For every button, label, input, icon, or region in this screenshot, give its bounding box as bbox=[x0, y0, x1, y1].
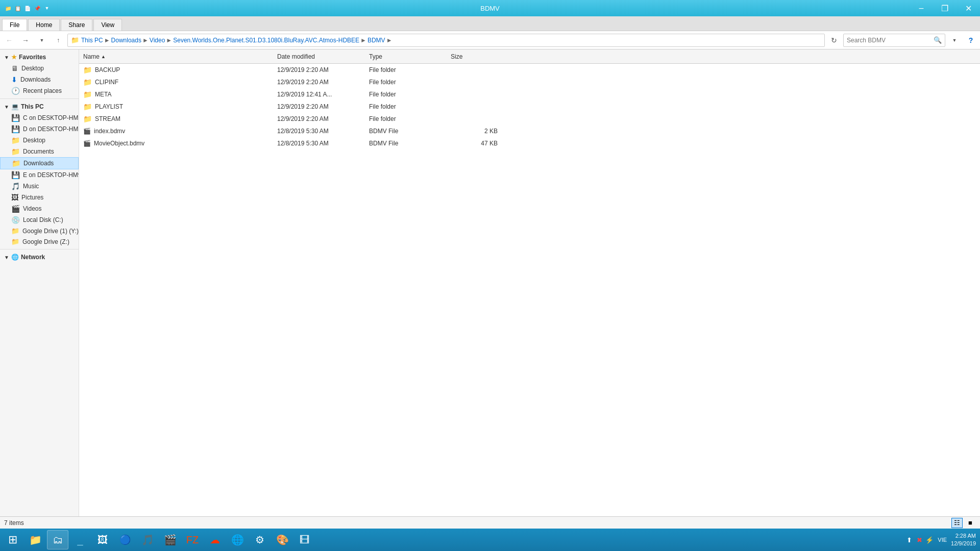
quick-access-icon-2[interactable]: 📋 bbox=[14, 4, 22, 12]
taskbar-filezilla[interactable]: FZ bbox=[182, 530, 203, 549]
file-row-stream[interactable]: 📁 STREAM 12/9/2019 2:20 AM File folder bbox=[79, 113, 980, 125]
breadcrumb-sep-4: ► bbox=[360, 37, 366, 44]
forward-button[interactable]: → bbox=[18, 34, 33, 47]
taskbar-cloud[interactable]: ☁ bbox=[204, 530, 226, 549]
taskbar-media2[interactable]: 🎬 bbox=[159, 530, 181, 549]
gdrive-z-icon: 📁 bbox=[11, 238, 19, 245]
tab-share[interactable]: Share bbox=[61, 19, 92, 31]
taskbar-tool2[interactable]: 🎨 bbox=[272, 530, 293, 549]
sidebar-item-c-on-desktop[interactable]: 💾 C on DESKTOP-HM9 bbox=[0, 112, 79, 123]
close-button[interactable]: ✕ bbox=[957, 0, 980, 16]
sidebar-item-d-label: D on DESKTOP-HM9 bbox=[23, 126, 79, 133]
minimize-button[interactable]: – bbox=[910, 0, 933, 16]
quick-access-icon-3[interactable]: 📄 bbox=[23, 4, 32, 12]
file-row-movieobject[interactable]: 🎬 MovieObject.bdmv 12/8/2019 5:30 AM BDM… bbox=[79, 137, 980, 149]
sidebar-item-downloads-label: Downloads bbox=[23, 160, 54, 167]
sidebar-item-desktop-pc[interactable]: 📁 Desktop bbox=[0, 135, 79, 146]
view-large-icons-button[interactable]: ■ bbox=[965, 518, 976, 528]
taskbar-tool1[interactable]: ⚙ bbox=[249, 530, 271, 549]
file-row-index-bdmv[interactable]: 🎬 index.bdmv 12/8/2019 5:30 AM BDMV File… bbox=[79, 125, 980, 137]
tray-icon-1[interactable]: ⬆ bbox=[905, 536, 913, 544]
breadcrumb-thispc[interactable]: This PC bbox=[81, 37, 103, 44]
back-button[interactable]: ← bbox=[2, 34, 16, 47]
file-date-index: 12/8/2019 5:30 AM bbox=[275, 128, 367, 135]
window-title: BDMV bbox=[480, 5, 500, 12]
sidebar-item-downloads-fav[interactable]: ⬇ Downloads bbox=[0, 74, 79, 85]
taskbar-explorer[interactable]: 📁 bbox=[24, 530, 46, 549]
search-input[interactable] bbox=[847, 37, 934, 44]
breadcrumb-downloads[interactable]: Downloads bbox=[111, 37, 141, 44]
file-date-stream: 12/9/2019 2:20 AM bbox=[275, 115, 367, 122]
breadcrumb-bdmv[interactable]: BDMV bbox=[368, 37, 385, 44]
col-date[interactable]: Date modified bbox=[275, 53, 367, 60]
refresh-button[interactable]: ↻ bbox=[827, 34, 841, 47]
taskbar-chrome[interactable]: 🔵 bbox=[114, 530, 136, 549]
sidebar-item-gdrive-y[interactable]: 📁 Google Drive (1) (Y:) bbox=[0, 226, 79, 236]
sidebar-item-videos[interactable]: 🎬 Videos bbox=[0, 203, 79, 214]
bdmv-icon-index: 🎬 bbox=[83, 128, 91, 135]
maximize-button[interactable]: ❐ bbox=[933, 0, 957, 16]
quick-access-icon-1[interactable]: 📁 bbox=[4, 4, 12, 12]
col-size-label: Size bbox=[451, 53, 462, 60]
sidebar-item-gdrive-y-label: Google Drive (1) (Y:) bbox=[22, 228, 79, 235]
tab-home[interactable]: Home bbox=[28, 19, 60, 31]
taskbar-network[interactable]: 🌐 bbox=[227, 530, 248, 549]
file-row-clipinf[interactable]: 📁 CLIPINF 12/9/2019 2:20 AM File folder bbox=[79, 76, 980, 88]
sidebar-item-documents[interactable]: 📁 Documents bbox=[0, 146, 79, 157]
tab-file[interactable]: File bbox=[2, 19, 27, 31]
dropdown-arrow[interactable]: ▼ bbox=[43, 4, 51, 12]
file-date-backup: 12/9/2019 2:20 AM bbox=[275, 66, 367, 73]
sidebar-item-recent[interactable]: 🕐 Recent places bbox=[0, 85, 79, 96]
col-size[interactable]: Size bbox=[449, 53, 500, 60]
taskbar-video-player[interactable]: 🎞 bbox=[294, 530, 315, 549]
sidebar-thispc-header[interactable]: ▼ 💻 This PC bbox=[0, 101, 79, 112]
taskbar-media[interactable]: 🎵 bbox=[137, 530, 158, 549]
sidebar-item-downloads[interactable]: 📁 Downloads bbox=[0, 157, 79, 169]
help-button[interactable]: ? bbox=[964, 34, 978, 47]
file-name-backup: 📁 BACKUP bbox=[81, 66, 275, 74]
ribbon: File Home Share View bbox=[0, 16, 980, 31]
language-indicator[interactable]: VIE bbox=[938, 537, 947, 543]
options-button[interactable]: ▼ bbox=[947, 34, 962, 47]
sidebar-item-pictures[interactable]: 🖼 Pictures bbox=[0, 192, 79, 203]
file-type-meta: File folder bbox=[367, 91, 449, 98]
sidebar-item-local-c[interactable]: 💿 Local Disk (C:) bbox=[0, 214, 79, 226]
sidebar-item-desktop[interactable]: 🖥 Desktop bbox=[0, 63, 79, 74]
breadcrumb[interactable]: 📁 This PC ► Downloads ► Video ► Seven.Wo… bbox=[67, 34, 825, 47]
col-name[interactable]: Name ▲ bbox=[81, 53, 275, 60]
tray-icon-3[interactable]: ⚡ bbox=[925, 536, 934, 544]
tab-view[interactable]: View bbox=[93, 19, 122, 31]
sidebar-item-d-on-desktop[interactable]: 💾 D on DESKTOP-HM9 bbox=[0, 123, 79, 135]
sidebar-item-gdrive-z[interactable]: 📁 Google Drive (Z:) bbox=[0, 236, 79, 247]
taskbar-explorer-active[interactable]: 🗂 bbox=[47, 530, 68, 549]
d-drive-icon: 💾 bbox=[11, 125, 20, 133]
start-button[interactable]: ⊞ bbox=[2, 530, 23, 549]
title-bar-left: 📁 📋 📄 📌 ▼ bbox=[4, 4, 51, 12]
file-row-playlist[interactable]: 📁 PLAYLIST 12/9/2019 2:20 AM File folder bbox=[79, 101, 980, 113]
view-details-button[interactable]: ☷ bbox=[951, 518, 963, 528]
quick-access-icon-4[interactable]: 📌 bbox=[33, 4, 41, 12]
search-bar[interactable]: 🔍 bbox=[843, 34, 945, 47]
sidebar-item-desktop-pc-label: Desktop bbox=[23, 137, 45, 144]
sidebar-item-music[interactable]: 🎵 Music bbox=[0, 181, 79, 192]
col-type-label: Type bbox=[369, 53, 382, 60]
tray-icon-2[interactable]: ✖ bbox=[915, 536, 923, 544]
sidebar-favorites-header[interactable]: ▼ ★ Favorites bbox=[0, 52, 79, 63]
sidebar-network-header[interactable]: ▼ 🌐 Network bbox=[0, 252, 79, 263]
file-date-playlist: 12/9/2019 2:20 AM bbox=[275, 103, 367, 110]
dropdown-button[interactable]: ▼ bbox=[35, 34, 49, 47]
system-clock[interactable]: 2:28 AM 12/9/2019 bbox=[951, 532, 976, 548]
file-size-index: 2 KB bbox=[449, 128, 500, 135]
taskbar-image[interactable]: 🖼 bbox=[92, 530, 113, 549]
breadcrumb-video[interactable]: Video bbox=[150, 37, 165, 44]
taskbar-powershell[interactable]: _ bbox=[69, 530, 91, 549]
file-row-meta[interactable]: 📁 META 12/9/2019 12:41 A... File folder bbox=[79, 88, 980, 101]
file-row-backup[interactable]: 📁 BACKUP 12/9/2019 2:20 AM File folder bbox=[79, 64, 980, 76]
sidebar-item-e-on-desktop[interactable]: 💾 E on DESKTOP-HM9 bbox=[0, 169, 79, 181]
thispc-label: This PC bbox=[21, 103, 44, 110]
c-drive-icon: 💾 bbox=[11, 114, 20, 122]
col-type[interactable]: Type bbox=[367, 53, 449, 60]
up-button[interactable]: ↑ bbox=[51, 34, 65, 47]
breadcrumb-series[interactable]: Seven.Worlds.One.Planet.S01.D3.1080i.Blu… bbox=[173, 37, 359, 44]
sidebar-item-gdrive-z-label: Google Drive (Z:) bbox=[22, 238, 69, 245]
